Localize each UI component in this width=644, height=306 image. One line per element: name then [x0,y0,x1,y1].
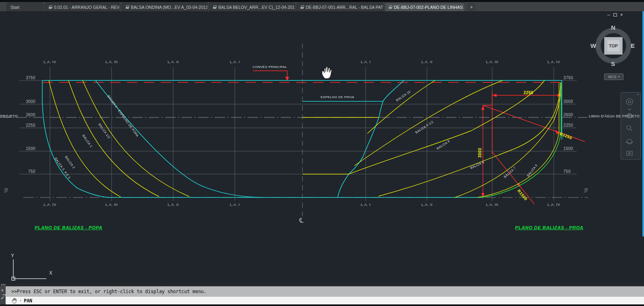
view-title-bow: PLANO DE BALIZAS - PROA [515,225,584,230]
waterline-value: 3000 [563,99,577,104]
baseline-symbol: ℬ [583,187,587,193]
viewcube-top-face[interactable]: TOP [604,37,623,55]
waterline-value: 1500 [563,146,577,151]
lock-icon [49,5,52,9]
command-area: × >>Press ESC or ENTER to exit, or right… [0,283,644,306]
window-controls: ‒ × [607,12,623,18]
new-tab-button[interactable]: + [468,4,475,10]
ucs-x-label: X [49,270,52,276]
baseline-symbol: ℬ [3,187,7,193]
viewcube-north[interactable]: N [611,24,615,31]
tab-label: DE-BBJ-07-002-PLANO DE LINHAS [394,5,463,10]
buttock-label: L.A. II [161,60,185,64]
file-tab-bar: Start 0.02.01 - ARRANJO GERAL - REV_B × … [0,2,644,11]
tab-arranjo-geral[interactable]: 0.02.01 - ARRANJO GERAL - REV_B × [45,2,120,11]
window-bottom-edge [0,304,644,306]
ucs-y-label: Y [11,253,14,259]
waterline-value: 750 [22,169,35,174]
model-space-canvas[interactable] [0,11,644,283]
maximize-button[interactable] [613,13,617,16]
waterline-value: 2250 [22,123,35,127]
waterline-value: 3750 [563,76,577,80]
tab-label: 0.02.01 - ARRANJO GERAL - REV_B [54,5,120,10]
dimension-text-beam: 2250 [520,90,536,95]
autocad-window: Start 0.02.01 - ARRANJO GERAL - REV_B × … [0,0,644,306]
viewcube-face-label: TOP [607,40,619,51]
command-side-strip: × [0,286,6,304]
command-history-bar[interactable]: >>Press ESC or ENTER to exit, or right-c… [6,286,644,297]
pan-hand-icon [11,298,17,304]
buttock-label: L.A. I [223,202,247,207]
viewcube-south[interactable]: S [611,60,615,67]
command-history-text: >>Press ESC or ENTER to exit, or right-c… [11,289,207,294]
chevron-down-icon: ▾ [20,299,21,302]
command-input-bar[interactable]: ▾ PAN [6,297,644,304]
waterline-value: 3000 [22,99,35,104]
centerline-symbol: ℄ [299,216,304,225]
buttock-label: L.A. IV [38,202,62,207]
buttock-label: L.A. III [480,60,504,64]
dimension-text-depth: 3000 [478,148,482,158]
tab-label: DE-BBJ-07-001-ARR...RAL - BALSA PATÁ [306,5,383,10]
waterline-value: 2600 [563,113,577,117]
viewcube-west[interactable]: W [590,42,596,49]
close-icon[interactable]: × [637,92,639,97]
waterline-value: 2600 [22,113,35,117]
active-command-text: PAN [24,298,32,304]
deck-annotation: CONVÉS PRINCIPAL [253,65,287,69]
buttock-label: L.A. IV [542,202,566,207]
minimize-button[interactable]: ‒ [607,12,610,18]
waterline-value: 2250 [563,123,577,127]
close-window-button[interactable]: × [620,12,623,18]
command-grip-strip [0,283,644,286]
waterline-value: 3750 [22,76,35,80]
viewcube-east[interactable]: E [631,42,635,49]
tab-de-bbj-001[interactable]: DE-BBJ-07-001-ARR...RAL - BALSA PATÁ × [296,2,383,11]
wcs-label: WCS [608,75,617,79]
close-command-icon[interactable]: × [1,288,4,293]
buttock-label: L.A. IV [38,60,62,64]
customize-wrench-icon[interactable] [0,294,6,300]
buttock-label: L.A. II [415,60,439,64]
buttock-label: L.A. IV [542,60,566,64]
buttock-label: L.A. III [99,202,124,207]
lock-icon [300,5,304,9]
navigation-bar[interactable]: × [621,92,641,160]
scrollbar[interactable] [642,11,644,236]
tab-label: BALSA ONDINA (MO...EV A_03-04-2013* [131,5,208,10]
wcs-dropdown[interactable]: WCS ▾ [604,74,623,80]
buttock-label: L.A. I [223,60,247,64]
view-title-stern: PLANO DE BALIZAS - POPA [35,225,102,230]
waterline-value: 750 [563,169,577,174]
tab-balsa-ondina[interactable]: BALSA ONDINA (MO...EV A_03-04-2013* × [122,2,208,11]
buttock-label: L.A. III [480,202,504,207]
tab-label: Start [10,5,19,10]
buttock-label: L.A. III [99,60,124,64]
buttock-label: L.A. II [161,202,185,207]
lock-icon [389,5,392,9]
buttock-label: L.A. I [354,202,378,207]
design-waterline-label-left: LINHA D'ÁGUA DE PROJETO [0,114,18,118]
buttock-label: L.A. II [415,202,439,207]
tab-label: BALSA BELOV_ARR...EV C)_12-04-2012* [218,5,295,10]
tab-start[interactable]: Start [6,2,43,11]
lock-icon [126,5,129,9]
lock-icon [213,5,216,9]
waterline-value: 1500 [22,146,35,151]
bow-transom-annotation: ESPELHO DE PROA [321,95,354,99]
tab-balsa-belov[interactable]: BALSA BELOV_ARR...EV C)_12-04-2012* × [209,2,295,11]
buttock-label: L.A. I [354,60,378,64]
tab-plano-de-linhas[interactable]: DE-BBJ-07-002-PLANO DE LINHAS × [385,2,465,11]
chevron-down-icon: ▾ [618,75,620,78]
